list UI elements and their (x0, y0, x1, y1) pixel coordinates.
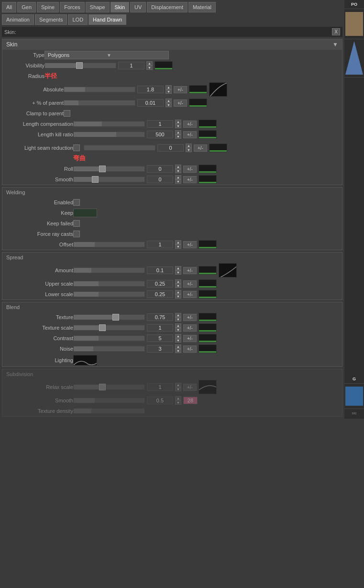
absolute-up[interactable]: ▲ (165, 85, 172, 89)
blend-texture-value[interactable]: 0.75 (147, 313, 173, 321)
smooth-skin-up[interactable]: ▲ (175, 175, 181, 179)
blend-contrast-plusminus[interactable]: +/- (183, 335, 197, 342)
tab-hand-drawn[interactable]: Hand Drawn (88, 14, 126, 25)
search-clear-button[interactable]: X (332, 28, 340, 35)
roll-value[interactable]: 0 (147, 165, 173, 173)
tab-material[interactable]: Material (188, 2, 216, 12)
blend-texture-slider[interactable] (73, 314, 145, 320)
blend-noise-value[interactable]: 3 (147, 345, 173, 353)
subdiv-smooth-slider[interactable] (73, 398, 145, 403)
pct-parent-value[interactable]: 0.01 (137, 99, 164, 107)
light-seam-checkbox[interactable] (73, 144, 80, 151)
spread-lower-up[interactable]: ▲ (175, 290, 181, 294)
pct-parent-up[interactable]: ▲ (165, 99, 172, 103)
spread-upper-plusminus[interactable]: +/- (183, 280, 197, 288)
absolute-slider[interactable] (64, 87, 135, 92)
tab-segments[interactable]: Segments (35, 14, 67, 25)
blend-texscale-slider-thumb[interactable] (99, 324, 106, 331)
tab-shape[interactable]: Shape (86, 2, 110, 12)
right-thumb-blue[interactable] (344, 384, 364, 409)
welding-offset-down[interactable]: ▼ (175, 244, 181, 249)
tab-spine[interactable]: Spine (37, 2, 59, 12)
search-input[interactable] (19, 29, 332, 35)
spread-amount-up[interactable]: ▲ (175, 266, 181, 270)
absolute-value[interactable]: 1.8 (137, 86, 164, 93)
smooth-skin-value[interactable]: 0 (147, 176, 173, 183)
pct-parent-down[interactable]: ▼ (165, 103, 172, 107)
blend-texscale-down[interactable]: ▼ (175, 328, 181, 332)
blend-noise-slider[interactable] (73, 346, 145, 352)
roll-slider-thumb[interactable] (99, 166, 106, 172)
skin-collapse-button[interactable]: ▼ (332, 41, 338, 48)
tab-all[interactable]: All (2, 2, 16, 12)
welding-enabled-checkbox[interactable] (73, 199, 80, 206)
smooth-skin-slider-thumb[interactable] (92, 176, 99, 183)
spread-upper-up[interactable]: ▲ (175, 279, 181, 284)
light-seam-plusminus[interactable]: +/- (194, 144, 207, 152)
absolute-plusminus[interactable]: +/- (174, 86, 187, 93)
smooth-skin-plusminus[interactable]: +/- (183, 176, 197, 183)
relax-scale-down[interactable]: ▼ (175, 387, 181, 391)
length-comp-plusminus[interactable]: +/- (183, 121, 197, 128)
blend-contrast-down[interactable]: ▼ (175, 338, 181, 343)
visibility-slider[interactable] (44, 63, 116, 68)
welding-keep-dropdown[interactable] (73, 209, 97, 217)
visibility-up[interactable]: ▲ (146, 61, 153, 66)
welding-offset-plusminus[interactable]: +/- (183, 241, 197, 248)
blend-texture-plusminus[interactable]: +/- (183, 314, 197, 321)
roll-plusminus[interactable]: +/- (183, 166, 197, 173)
subdiv-smooth-up[interactable]: ▲ (175, 396, 181, 400)
blend-texscale-up[interactable]: ▲ (175, 323, 181, 328)
pct-parent-plusminus[interactable]: +/- (174, 100, 187, 107)
type-dropdown[interactable]: Polygons ▼ (44, 51, 169, 59)
length-kill-slider[interactable] (73, 132, 145, 137)
smooth-skin-down[interactable]: ▼ (175, 179, 181, 184)
relax-scale-slider[interactable] (73, 384, 145, 390)
blend-texscale-value[interactable]: 1 (147, 324, 173, 332)
relax-scale-value[interactable]: 1 (147, 383, 173, 391)
light-seam-value[interactable]: 0 (157, 144, 184, 152)
length-comp-down[interactable]: ▼ (175, 124, 181, 128)
tab-gen[interactable]: Gen (17, 2, 36, 12)
clamp-parent-checkbox[interactable] (64, 110, 70, 117)
blend-texture-up[interactable]: ▲ (175, 313, 181, 317)
length-kill-up[interactable]: ▲ (175, 130, 181, 134)
right-thumb-tan[interactable] (344, 9, 364, 39)
smooth-skin-slider[interactable] (73, 177, 145, 182)
length-kill-down[interactable]: ▼ (175, 134, 181, 139)
blend-noise-down[interactable]: ▼ (175, 349, 181, 353)
spread-amount-slider[interactable] (73, 267, 145, 273)
spread-lower-down[interactable]: ▼ (175, 294, 181, 299)
tab-displacement[interactable]: Displacement (147, 2, 188, 12)
absolute-down[interactable]: ▼ (165, 89, 172, 94)
length-comp-value[interactable]: 1 (147, 120, 173, 128)
welding-offset-value[interactable]: 1 (147, 241, 173, 248)
blend-texscale-plusminus[interactable]: +/- (183, 324, 197, 332)
subdiv-density-slider[interactable] (73, 408, 145, 414)
spread-amount-down[interactable]: ▼ (175, 270, 181, 275)
subdiv-smooth-value[interactable]: 0.5 (147, 397, 173, 404)
relax-scale-up[interactable]: ▲ (175, 383, 181, 387)
pct-parent-slider[interactable] (64, 100, 135, 106)
blend-contrast-value[interactable]: 5 (147, 334, 173, 342)
length-kill-plusminus[interactable]: +/- (183, 131, 197, 138)
length-comp-slider[interactable] (73, 121, 145, 127)
length-kill-value[interactable]: 500 (147, 131, 173, 138)
welding-offset-up[interactable]: ▲ (175, 240, 181, 244)
light-seam-down[interactable]: ▼ (186, 148, 192, 152)
tab-skin[interactable]: Skin (110, 2, 129, 12)
spread-lower-slider[interactable] (73, 291, 145, 297)
spread-amount-plusminus[interactable]: +/- (183, 267, 197, 274)
visibility-down[interactable]: ▼ (146, 66, 153, 70)
tab-forces[interactable]: Forces (60, 2, 85, 12)
spread-upper-slider[interactable] (73, 281, 145, 287)
light-seam-up[interactable]: ▲ (186, 144, 192, 148)
spread-lower-value[interactable]: 0.25 (147, 290, 173, 298)
spread-lower-plusminus[interactable]: +/- (183, 291, 197, 298)
blend-texture-slider-thumb[interactable] (112, 314, 119, 321)
blend-texscale-slider[interactable] (73, 325, 145, 331)
visibility-value[interactable]: 1 (118, 62, 144, 69)
blend-contrast-slider[interactable] (73, 335, 145, 341)
relax-scale-plusminus[interactable]: +/- (183, 384, 197, 391)
blend-noise-plusminus[interactable]: +/- (183, 345, 197, 353)
